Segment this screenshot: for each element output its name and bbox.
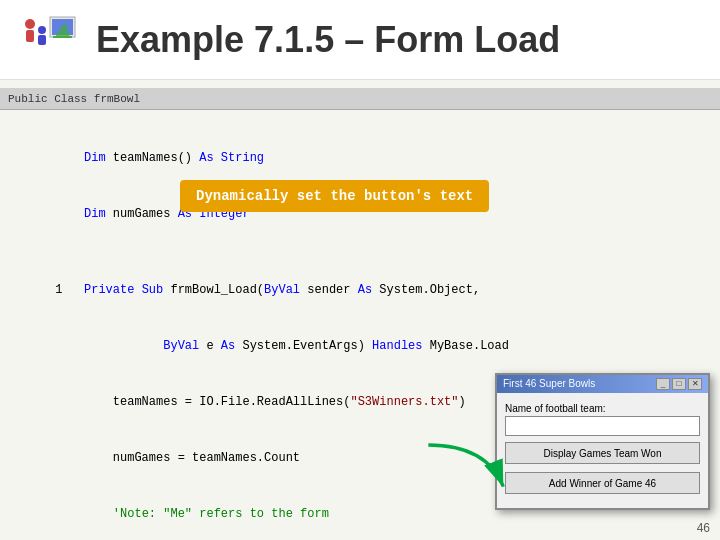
- maximize-button[interactable]: □: [672, 378, 686, 390]
- mini-window-titlebar: First 46 Super Bowls _ □ ✕: [497, 375, 708, 393]
- form-group-name: Name of football team:: [505, 403, 700, 437]
- logo-icon: [20, 12, 80, 67]
- code-topbar: Public Class frmBowl: [0, 88, 720, 110]
- main-content: Public Class frmBowl Dynamically set the…: [0, 80, 720, 540]
- close-button[interactable]: ✕: [688, 378, 702, 390]
- code-line: 1 Private Sub frmBowl_Load(ByVal sender …: [0, 262, 720, 318]
- svg-rect-5: [38, 35, 46, 45]
- code-line: [0, 242, 720, 262]
- minimize-button[interactable]: _: [656, 378, 670, 390]
- titlebar-buttons: _ □ ✕: [656, 378, 702, 390]
- svg-rect-3: [26, 30, 34, 42]
- tooltip-text: Dynamically set the button's text: [196, 188, 473, 204]
- tooltip-bubble: Dynamically set the button's text: [180, 180, 489, 212]
- mini-window-body: Name of football team: Display Games Tea…: [497, 393, 708, 509]
- svg-point-4: [38, 26, 46, 34]
- page-title: Example 7.1.5 – Form Load: [96, 19, 560, 61]
- form-label-name: Name of football team:: [505, 403, 700, 414]
- add-winner-button[interactable]: Add Winner of Game 46: [505, 472, 700, 494]
- header: Example 7.1.5 – Form Load: [0, 0, 720, 80]
- code-line: ByVal e As System.EventArgs) Handles MyB…: [0, 318, 720, 374]
- code-line: [0, 110, 720, 130]
- code-line: Dim teamNames() As String: [0, 130, 720, 186]
- mini-form-window: First 46 Super Bowls _ □ ✕ Name of footb…: [495, 373, 710, 511]
- team-name-input[interactable]: [505, 416, 700, 436]
- display-games-button[interactable]: Display Games Team Won: [505, 442, 700, 464]
- svg-point-2: [25, 19, 35, 29]
- mini-window-title: First 46 Super Bowls: [503, 378, 595, 389]
- code-class-label: Public Class frmBowl: [8, 93, 140, 105]
- page-number: 46: [697, 521, 710, 535]
